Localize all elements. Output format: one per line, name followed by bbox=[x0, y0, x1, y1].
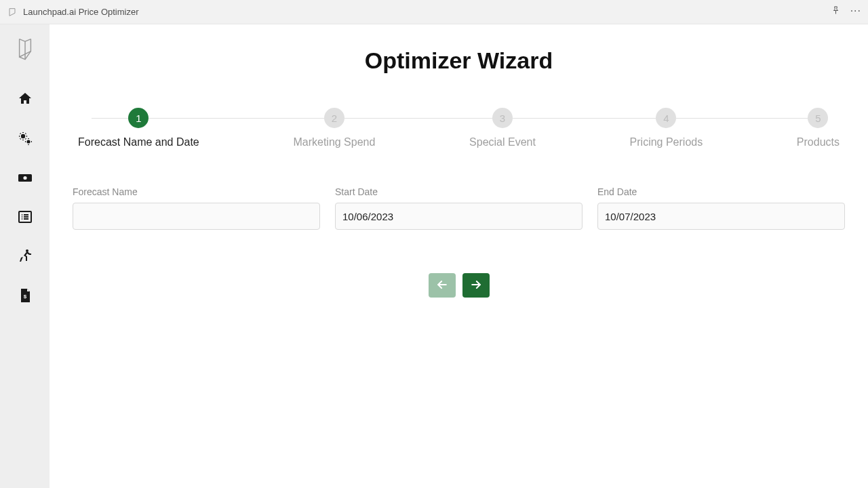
form-row: Forecast Name Start Date End Date bbox=[73, 186, 845, 230]
svg-point-0 bbox=[20, 134, 24, 138]
step-2[interactable]: 2 Marketing Spend bbox=[293, 108, 375, 148]
pin-icon[interactable] bbox=[831, 5, 841, 18]
run-icon[interactable] bbox=[17, 248, 33, 264]
arrow-right-icon bbox=[469, 278, 483, 293]
sidebar: $ bbox=[0, 24, 50, 488]
field-end-date: End Date bbox=[597, 186, 845, 230]
step-dot-3: 3 bbox=[492, 108, 513, 128]
window-title: Launchpad.ai Price Optimizer bbox=[23, 7, 139, 17]
field-forecast-name: Forecast Name bbox=[73, 186, 320, 230]
titlebar-left: Launchpad.ai Price Optimizer bbox=[7, 7, 139, 18]
step-label-5: Products bbox=[797, 136, 840, 148]
step-dot-1: 1 bbox=[128, 108, 149, 128]
list-icon[interactable] bbox=[17, 209, 33, 225]
step-3[interactable]: 3 Special Event bbox=[469, 108, 536, 148]
step-dot-2: 2 bbox=[324, 108, 344, 128]
end-date-label: End Date bbox=[597, 186, 845, 197]
invoice-icon[interactable]: $ bbox=[17, 287, 33, 304]
step-dot-4: 4 bbox=[656, 108, 676, 128]
step-dot-5: 5 bbox=[808, 108, 828, 128]
svg-point-1 bbox=[26, 140, 30, 143]
more-icon[interactable]: ··· bbox=[850, 5, 861, 16]
svg-point-3 bbox=[23, 176, 26, 180]
start-date-label: Start Date bbox=[335, 186, 583, 197]
main: Optimizer Wizard 1 Forecast Name and Dat… bbox=[50, 24, 868, 488]
app-icon bbox=[7, 7, 18, 18]
app-body: $ Optimizer Wizard 1 Forecast Name and D… bbox=[0, 24, 868, 488]
settings-icon[interactable] bbox=[17, 130, 33, 146]
titlebar: Launchpad.ai Price Optimizer ··· bbox=[0, 0, 868, 24]
step-1[interactable]: 1 Forecast Name and Date bbox=[78, 108, 199, 148]
step-label-2: Marketing Spend bbox=[293, 136, 375, 148]
step-label-1: Forecast Name and Date bbox=[78, 136, 199, 148]
wizard-nav bbox=[73, 273, 845, 298]
logo-icon bbox=[15, 37, 35, 61]
forecast-name-input[interactable] bbox=[73, 203, 320, 230]
back-button[interactable] bbox=[429, 273, 456, 298]
svg-text:$: $ bbox=[23, 293, 26, 300]
page-title: Optimizer Wizard bbox=[73, 47, 845, 74]
forecast-name-label: Forecast Name bbox=[73, 186, 320, 197]
stepper-line bbox=[92, 118, 826, 119]
home-icon[interactable] bbox=[17, 91, 33, 107]
end-date-input[interactable] bbox=[597, 203, 845, 230]
arrow-left-icon bbox=[435, 278, 449, 293]
titlebar-right: ··· bbox=[831, 5, 861, 18]
money-icon[interactable] bbox=[17, 169, 33, 186]
field-start-date: Start Date bbox=[335, 186, 583, 230]
step-5[interactable]: 5 Products bbox=[797, 108, 840, 148]
stepper: 1 Forecast Name and Date 2 Marketing Spe… bbox=[73, 108, 845, 148]
start-date-input[interactable] bbox=[335, 203, 583, 230]
next-button[interactable] bbox=[462, 273, 490, 298]
step-4[interactable]: 4 Pricing Periods bbox=[630, 108, 703, 148]
step-label-4: Pricing Periods bbox=[630, 136, 703, 148]
step-label-3: Special Event bbox=[469, 136, 536, 148]
